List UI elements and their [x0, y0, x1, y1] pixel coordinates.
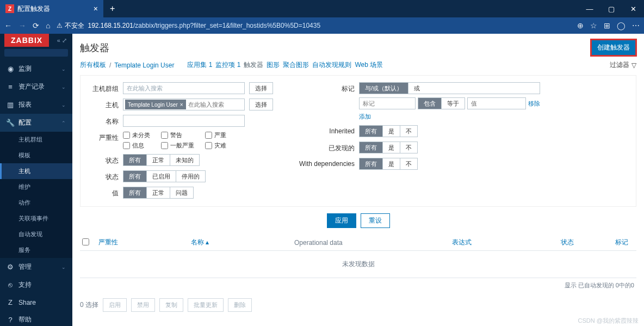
- hostgroup-select-button[interactable]: 选择: [249, 82, 273, 94]
- tags-eval-segment[interactable]: 与/或（默认） 或: [359, 82, 540, 94]
- tag-filter-row: 包含 等于 移除: [359, 97, 540, 109]
- sidebar-sub-hosts[interactable]: 主机: [0, 163, 72, 179]
- value-label: 值: [86, 187, 119, 198]
- discovered-segment[interactable]: 所有 是 不: [359, 142, 418, 153]
- state-segment[interactable]: 所有 正常 未知的: [123, 154, 200, 166]
- select-all-checkbox[interactable]: [82, 238, 98, 247]
- menu-icon[interactable]: ⋯: [632, 21, 640, 30]
- sidebar-item-reports[interactable]: ▥ 报表 ⌄: [0, 96, 72, 114]
- apply-button[interactable]: 应用: [327, 213, 356, 228]
- back-icon[interactable]: ←: [4, 21, 12, 30]
- hostgroup-input[interactable]: [123, 82, 245, 94]
- window-close-button[interactable]: ✕: [622, 0, 644, 17]
- sidebar-sub-correlation[interactable]: 关联项事件: [0, 211, 72, 226]
- breadcrumb-all-templates[interactable]: 所有模板: [80, 60, 106, 70]
- filter-icon: ▽: [631, 61, 636, 69]
- forward-icon[interactable]: →: [18, 21, 26, 30]
- reset-button[interactable]: 重设: [361, 213, 390, 228]
- insecure-warning: ⚠ 不安全: [57, 21, 84, 30]
- sidebar-item-support[interactable]: ⎋ 支持: [0, 276, 72, 294]
- sidebar-sub-services[interactable]: 服务: [0, 242, 72, 258]
- col-name[interactable]: 名称 ▴: [191, 238, 294, 247]
- sidebar-item-monitoring[interactable]: ◉ 监测 ⌄: [0, 60, 72, 78]
- sidebar-item-administration[interactable]: ⚙ 管理 ⌄: [0, 258, 72, 276]
- inherited-segment[interactable]: 所有 是 不: [359, 125, 418, 137]
- window-maximize-button[interactable]: ▢: [600, 0, 622, 17]
- tab-triggers[interactable]: 触发器: [244, 60, 263, 70]
- sidebar-search[interactable]: 🔍: [4, 49, 68, 57]
- severity-unclassified[interactable]: 未分类: [123, 131, 150, 139]
- col-tags[interactable]: 标记: [615, 238, 634, 247]
- tab-title: 配置触发器: [17, 4, 50, 14]
- tags-label: 标记: [295, 82, 355, 94]
- breadcrumb-template[interactable]: Template Login User: [114, 61, 174, 69]
- severity-disaster[interactable]: 灾难: [205, 142, 226, 150]
- sidebar-sub-templates[interactable]: 模板: [0, 147, 72, 163]
- col-opdata: Operational data: [294, 239, 452, 247]
- filter-toggle[interactable]: 过滤器 ▽: [610, 60, 636, 70]
- tag-value-input[interactable]: [467, 97, 526, 109]
- collapse-icon[interactable]: « ⤢: [57, 37, 67, 44]
- col-severity[interactable]: 严重性: [98, 238, 191, 247]
- host-input[interactable]: [187, 100, 243, 109]
- severity-average[interactable]: 一般严重: [161, 142, 194, 150]
- sidebar-item-share[interactable]: Z Share: [0, 294, 72, 311]
- severity-high[interactable]: 严重: [205, 131, 226, 139]
- tab-web[interactable]: Web 场景: [355, 60, 383, 70]
- collections-icon[interactable]: ⊞: [604, 21, 610, 30]
- tab-discovery[interactable]: 自动发现规则: [312, 60, 351, 70]
- withdep-segment[interactable]: 所有 是 不: [359, 158, 418, 170]
- severity-info[interactable]: 信息: [123, 142, 150, 150]
- tag-operator-segment[interactable]: 包含 等于: [418, 97, 465, 109]
- favorites-icon[interactable]: ☆: [590, 21, 597, 30]
- create-trigger-button[interactable]: 创建触发器: [591, 39, 636, 56]
- col-expression[interactable]: 表达式: [452, 238, 561, 247]
- warning-icon: ⚠: [57, 22, 63, 29]
- bulk-copy-button[interactable]: 复制: [159, 298, 183, 312]
- sidebar-search-input[interactable]: [8, 50, 83, 56]
- browser-tab[interactable]: Z 配置触发器 ×: [0, 0, 103, 17]
- window-minimize-button[interactable]: —: [579, 0, 600, 17]
- sidebar-subnav: 主机群组 模板 主机 维护 动作 关联项事件 自动发现 服务: [0, 132, 72, 258]
- chart-icon: ▥: [7, 101, 14, 109]
- filter-panel: 主机群组 选择 主机 Template Login User × 选择: [80, 75, 636, 207]
- tab-items[interactable]: 监控项 1: [215, 60, 240, 70]
- status-segment[interactable]: 所有 已启用 停用的: [123, 170, 206, 182]
- close-icon[interactable]: ×: [94, 4, 98, 13]
- sidebar-sub-maintenance[interactable]: 维护: [0, 179, 72, 195]
- bulk-disable-button[interactable]: 禁用: [131, 298, 155, 312]
- sidebar-sub-discovery[interactable]: 自动发现: [0, 226, 72, 242]
- inherited-label: Inherited: [295, 125, 355, 135]
- tag-name-input[interactable]: [359, 97, 416, 109]
- bulk-delete-button[interactable]: 删除: [228, 298, 252, 312]
- sidebar-item-help[interactable]: ? 帮助: [0, 311, 72, 326]
- sidebar-sub-actions[interactable]: 动作: [0, 195, 72, 211]
- tag-add-link[interactable]: 添加: [359, 113, 540, 121]
- chip-remove-icon[interactable]: ×: [180, 102, 183, 108]
- address-bar[interactable]: ⚠ 不安全 192.168.15.201/zabbix/triggers.php…: [57, 21, 571, 30]
- tab-screens[interactable]: 聚合图形: [283, 60, 309, 70]
- value-segment[interactable]: 所有 正常 问题: [123, 187, 194, 199]
- support-icon: ⎋: [7, 281, 14, 289]
- reader-icon[interactable]: ⊕: [577, 21, 584, 30]
- name-input[interactable]: [123, 115, 245, 127]
- home-icon[interactable]: ⌂: [46, 21, 50, 30]
- tab-applications[interactable]: 应用集 1: [187, 60, 212, 70]
- profile-icon[interactable]: ◯: [617, 21, 626, 30]
- bulk-massupdate-button[interactable]: 批量更新: [188, 298, 224, 312]
- tab-graphs[interactable]: 图形: [267, 60, 280, 70]
- sidebar-item-configuration[interactable]: 🔧 配置 ⌃: [0, 114, 72, 132]
- col-status[interactable]: 状态: [561, 238, 615, 247]
- new-tab-button[interactable]: +: [103, 4, 121, 14]
- refresh-icon[interactable]: ⟳: [33, 21, 39, 30]
- browser-toolbar: ← → ⟳ ⌂ ⚠ 不安全 192.168.15.201/zabbix/trig…: [0, 17, 644, 34]
- sidebar-item-inventory[interactable]: ≡ 资产记录 ⌄: [0, 78, 72, 96]
- sidebar-sub-hostgroups[interactable]: 主机群组: [0, 132, 72, 147]
- tag-remove-link[interactable]: 移除: [528, 100, 540, 108]
- severity-warning[interactable]: 警告: [161, 131, 194, 139]
- bulk-enable-button[interactable]: 启用: [103, 298, 127, 312]
- host-select-button[interactable]: 选择: [249, 99, 273, 110]
- watermark: CSDN @我的紫霞辣辣: [578, 317, 639, 325]
- host-multiselect[interactable]: Template Login User ×: [123, 99, 245, 110]
- tab-favicon: Z: [5, 4, 14, 13]
